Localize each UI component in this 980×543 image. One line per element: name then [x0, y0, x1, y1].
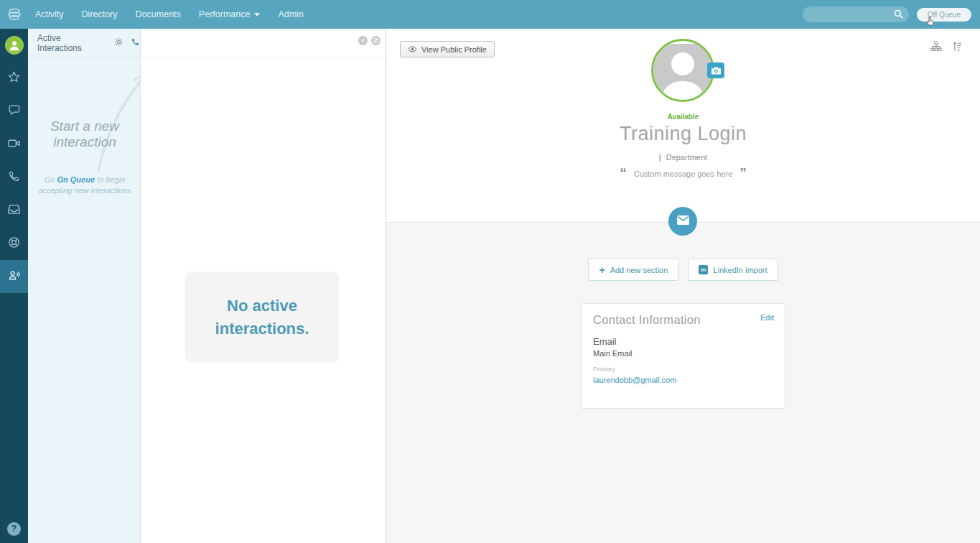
org-chart-icon[interactable] [930, 41, 942, 52]
disabled-circle-button[interactable] [371, 36, 381, 45]
gear-icon[interactable] [114, 37, 123, 50]
contact-card-title: Contact Information [593, 313, 701, 327]
genesys-logo-icon[interactable] [0, 0, 29, 29]
profile-name: Training Login [386, 123, 980, 145]
primary-tag: Primary [593, 366, 774, 373]
profile-view-toggles [930, 41, 963, 52]
video-camera-icon [7, 136, 21, 153]
contact-information-card: Contact Information Edit Email Main Emai… [582, 303, 785, 409]
empty-state-title: Start a new interaction [41, 119, 129, 150]
search-icon[interactable] [893, 9, 904, 22]
department-label: Department [666, 153, 707, 162]
question-mark-icon: ? [7, 522, 21, 536]
no-active-interactions-text: No active interactions. [185, 294, 339, 340]
change-photo-button[interactable] [707, 62, 724, 78]
person-speaking-icon [7, 269, 21, 285]
profile-header-section: View Public Profile [386, 29, 980, 223]
avatar-image[interactable] [651, 39, 714, 102]
email-button[interactable] [668, 207, 697, 236]
collapse-panel-button[interactable] [358, 36, 368, 45]
star-icon [7, 70, 21, 87]
profile-actions-row: + Add new section in LinkedIn import [386, 259, 980, 281]
sidebar-item-profile-page[interactable] [0, 260, 28, 293]
list-view-icon[interactable] [952, 41, 963, 52]
chevron-down-icon [254, 13, 260, 17]
dial-phone-icon[interactable] [131, 37, 140, 50]
sidebar-item-video[interactable] [0, 128, 28, 161]
interaction-detail-panel: No active interactions. [141, 29, 386, 543]
on-queue-link[interactable]: On Queue [57, 175, 95, 184]
profile-main: View Public Profile [386, 29, 980, 543]
no-active-interactions-box: No active interactions. [185, 272, 339, 363]
title-department-row: |Department [386, 153, 980, 162]
edit-contact-link[interactable]: Edit [760, 313, 774, 322]
eye-icon [408, 45, 417, 54]
profile-avatar [651, 39, 714, 102]
off-queue-button[interactable]: Off Queue [917, 8, 971, 22]
envelope-icon [676, 215, 690, 228]
close-quote-icon: ” [739, 170, 747, 178]
life-ring-icon [7, 236, 21, 252]
email-group-label: Email [593, 336, 774, 347]
nav-admin[interactable]: Admin [278, 9, 303, 19]
chat-bubble-icon [8, 103, 21, 119]
plus-icon: + [599, 264, 605, 276]
icon-sidebar: ? [0, 29, 28, 543]
sidebar-item-inbox[interactable] [0, 194, 28, 227]
open-quote-icon: “ [620, 170, 627, 178]
active-interactions-panel: Active Interactions Start a new interact… [28, 29, 141, 543]
separator: | [659, 153, 661, 162]
linkedin-icon: in [699, 265, 708, 274]
nav-directory[interactable]: Directory [82, 9, 118, 19]
custom-message-text: Custom message goes here [634, 170, 733, 178]
phone-icon [8, 170, 20, 185]
inbox-icon [7, 203, 21, 219]
nav-documents[interactable]: Documents [136, 9, 181, 19]
main-email-label: Main Email [593, 349, 774, 358]
sidebar-item-chat[interactable] [0, 95, 28, 128]
email-address-link[interactable]: laurendobb@gmail.com [593, 376, 676, 384]
interactions-panel-title: Active Interactions [37, 33, 107, 53]
interaction-detail-header [141, 29, 386, 57]
sidebar-item-profile-avatar[interactable] [0, 29, 28, 62]
presence-status: Available [386, 113, 980, 121]
custom-status-message: “ Custom message goes here ” [386, 170, 980, 178]
user-avatar-icon [5, 36, 24, 55]
linkedin-import-button[interactable]: in LinkedIn import [688, 259, 778, 281]
add-new-section-button[interactable]: + Add new section [588, 259, 678, 281]
empty-state-hint: Go On Queue to begin accepting new inter… [38, 175, 131, 197]
sidebar-item-interactions-hub[interactable] [0, 227, 28, 260]
global-search [803, 6, 909, 22]
sidebar-item-favorites[interactable] [0, 62, 28, 95]
primary-nav: Activity Directory Documents Performance… [35, 9, 304, 19]
nav-activity[interactable]: Activity [35, 9, 64, 19]
sidebar-item-calls[interactable] [0, 161, 28, 194]
top-nav-bar: Activity Directory Documents Performance… [0, 0, 980, 29]
nav-performance[interactable]: Performance [199, 9, 261, 19]
interactions-panel-header: Active Interactions [28, 29, 140, 57]
help-button[interactable]: ? [0, 518, 28, 539]
view-public-profile-button[interactable]: View Public Profile [400, 41, 495, 57]
